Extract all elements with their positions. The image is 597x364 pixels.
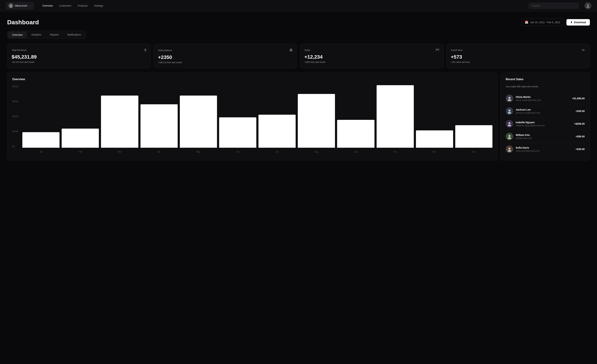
nav-settings[interactable]: Settings — [91, 3, 106, 8]
page-title: Dashboard — [7, 19, 39, 26]
sales-list: Olivia Martinolivia.martin@email.com+$1,… — [506, 92, 585, 155]
download-icon: ⬇ — [570, 21, 573, 24]
main-content: Dashboard 📅 Jan 20, 2022 - Feb 9, 2022 ⬇… — [0, 11, 597, 168]
subscriptions-change: +180.1% from last month — [158, 61, 293, 64]
search-input[interactable] — [529, 3, 579, 9]
recent-sales-panel: Recent Sales You made 265 sales this mon… — [501, 72, 590, 161]
nav-products[interactable]: Products — [75, 3, 90, 8]
date-range-picker[interactable]: 📅 Jan 20, 2022 - Feb 9, 2022 — [521, 19, 564, 26]
chart-bar — [180, 96, 217, 148]
svg-point-13 — [508, 112, 511, 114]
sale-item: Olivia Martinolivia.martin@email.com+$1,… — [506, 92, 585, 105]
revenue-label: Total Revenue — [12, 49, 26, 51]
sale-info: Sofia Davissofia.davis@email.com — [516, 146, 573, 152]
subscriptions-value: +2350 — [158, 54, 293, 60]
bottom-panels: Overview $6000 $4500 $3000 $1500 $0 JanF… — [7, 72, 590, 161]
svg-point-14 — [508, 122, 511, 124]
chart-area: $6000 $4500 $3000 $1500 $0 JanFebMarAprM… — [12, 85, 492, 153]
chart-bar-col — [22, 85, 60, 148]
chart-x-label: Jan — [22, 151, 60, 153]
svg-rect-9 — [436, 49, 439, 50]
chart-x-label: Feb — [62, 151, 99, 153]
svg-point-10 — [508, 97, 511, 99]
download-label: Download — [574, 21, 586, 24]
user-avatar[interactable] — [584, 2, 591, 9]
sale-amount: +$299.00 — [574, 122, 585, 125]
users-icon — [289, 48, 293, 52]
chart-bar-col — [141, 85, 178, 148]
chart-bar-col — [298, 85, 335, 148]
download-button[interactable]: ⬇ Download — [566, 19, 590, 25]
sale-info: Jackson Leejackson.lee@email.com — [516, 108, 573, 114]
chart-bar — [337, 120, 374, 148]
navbar-nav: Overview Customers Products Settings — [39, 3, 523, 8]
chart-x-label: Oct — [377, 151, 414, 153]
chart-x-labels: JanFebMarAprMayJunJulAugSepOctNovDec — [22, 151, 492, 153]
chart-bar — [377, 85, 414, 148]
chart-bar-col — [377, 85, 414, 148]
svg-point-16 — [508, 135, 511, 137]
sale-amount: +$1,999.00 — [572, 97, 585, 100]
svg-point-15 — [508, 125, 511, 126]
stat-card-active: Active Now +573 +201 since last hour — [446, 44, 590, 68]
header-row: Dashboard 📅 Jan 20, 2022 - Feb 9, 2022 ⬇… — [7, 19, 590, 26]
y-label-6000: $6000 — [12, 85, 21, 88]
y-label-3000: $3000 — [12, 115, 21, 118]
sale-name: Sofia Davis — [516, 146, 573, 149]
brand-avatar — [8, 3, 13, 8]
subscriptions-label: Subscriptions — [158, 49, 172, 52]
brand-name: Alicia Koch — [15, 4, 27, 7]
sales-label: Sales — [304, 49, 310, 51]
sale-avatar — [506, 120, 513, 128]
sale-name: Isabella Nguyen — [516, 121, 572, 124]
sale-amount: +$39.00 — [575, 148, 585, 151]
activity-icon — [582, 48, 585, 52]
sale-name: Olivia Martin — [516, 96, 570, 98]
chart-x-label: Aug — [298, 151, 335, 153]
sale-email: olivia.martin@email.com — [516, 99, 570, 101]
svg-point-5 — [291, 49, 292, 50]
recent-sales-subtitle: You made 265 sales this month. — [506, 85, 585, 88]
svg-point-7 — [291, 50, 293, 51]
tab-reports[interactable]: Reports — [46, 32, 63, 38]
stat-card-subscriptions: Subscriptions +2350 +180.1% from last mo… — [154, 44, 297, 68]
svg-point-17 — [508, 137, 511, 139]
chart-x-label: May — [180, 151, 217, 153]
chart-bar-col — [180, 85, 217, 148]
chart-bar-col — [259, 85, 296, 148]
svg-point-0 — [10, 5, 12, 6]
tab-analytics[interactable]: Analytics — [27, 32, 45, 38]
active-change: +201 since last hour — [451, 61, 585, 63]
chart-bar — [101, 96, 138, 148]
active-label: Active Now — [451, 49, 462, 51]
stat-card-sales: Sales +12,234 +19% from last month — [300, 44, 443, 68]
chart-x-label: Jun — [219, 151, 256, 153]
sale-avatar — [506, 133, 513, 140]
svg-point-11 — [508, 99, 511, 101]
tab-bar: Overview Analytics Reports Notifications — [7, 31, 86, 39]
calendar-icon: 📅 — [525, 21, 528, 24]
chart-x-label: Sep — [337, 151, 374, 153]
sale-avatar — [506, 107, 513, 115]
chart-bar-col — [455, 85, 492, 148]
svg-point-18 — [508, 147, 511, 150]
sale-name: William Kim — [516, 134, 573, 136]
tab-overview[interactable]: Overview — [8, 32, 27, 38]
svg-point-1 — [10, 6, 12, 7]
sale-item: William Kimwill@email.com+$99.00 — [506, 130, 585, 143]
chart-bars — [22, 85, 492, 148]
tab-notifications[interactable]: Notifications — [63, 32, 85, 38]
sale-avatar — [506, 95, 513, 102]
brand-selector[interactable]: Alicia Koch ⌄ — [6, 2, 34, 9]
nav-customers[interactable]: Customers — [56, 3, 74, 8]
nav-overview[interactable]: Overview — [39, 3, 55, 8]
sale-email: jackson.lee@email.com — [516, 111, 573, 114]
sale-amount: +$99.00 — [575, 135, 585, 138]
sale-email: sofia.davis@email.com — [516, 149, 573, 152]
chart-bar — [455, 125, 492, 148]
svg-point-19 — [508, 150, 511, 152]
overview-chart-panel: Overview $6000 $4500 $3000 $1500 $0 JanF… — [7, 72, 498, 161]
chart-bar — [22, 132, 60, 148]
recent-sales-title: Recent Sales — [506, 78, 585, 81]
header-actions: 📅 Jan 20, 2022 - Feb 9, 2022 ⬇ Download — [521, 19, 590, 26]
